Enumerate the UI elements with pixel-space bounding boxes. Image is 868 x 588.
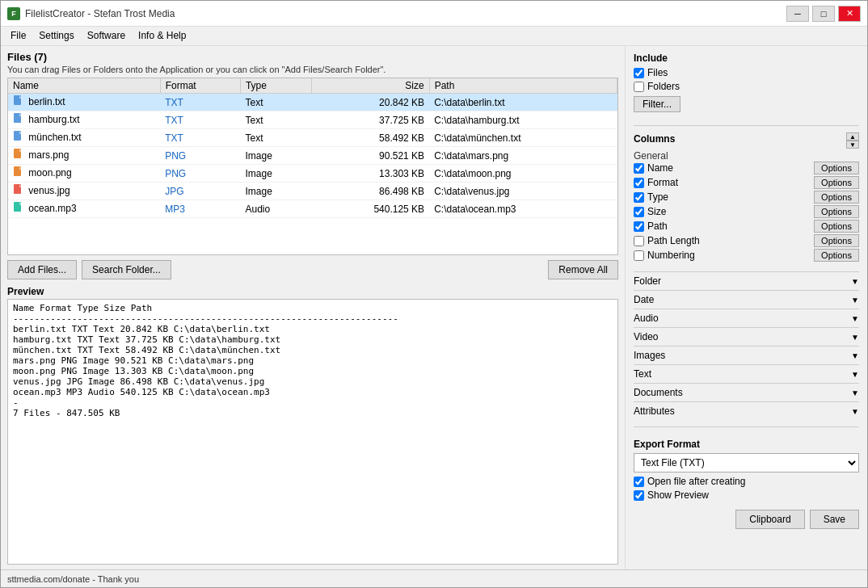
column-checkbox-format[interactable] bbox=[634, 178, 644, 188]
cell-format: PNG bbox=[160, 147, 240, 165]
column-options-btn[interactable]: Options bbox=[814, 234, 859, 247]
window-title: FilelistCreator - Stefan Trost Media bbox=[25, 8, 175, 19]
section-label: Images bbox=[634, 350, 665, 361]
menu-settings[interactable]: Settings bbox=[32, 28, 80, 44]
column-row: Numbering Options bbox=[634, 249, 859, 262]
open-file-checkbox[interactable] bbox=[634, 477, 644, 487]
open-file-row: Open file after creating bbox=[634, 476, 859, 487]
svg-marker-5 bbox=[19, 131, 23, 134]
preview-row: mars.png PNG Image 90.521 KB C:\data\mar… bbox=[13, 355, 613, 366]
show-preview-checkbox[interactable] bbox=[634, 490, 644, 501]
export-format-select[interactable]: Text File (TXT)CSV File (CSV)HTML File (… bbox=[634, 453, 859, 472]
save-button[interactable]: Save bbox=[810, 510, 859, 529]
folders-checkbox[interactable] bbox=[634, 82, 644, 92]
column-options-btn[interactable]: Options bbox=[814, 205, 859, 218]
table-row[interactable]: moon.png PNG Image 13.303 KB C:\data\moo… bbox=[8, 165, 617, 183]
cell-size: 37.725 KB bbox=[312, 111, 429, 129]
column-checkbox-type[interactable] bbox=[634, 192, 644, 203]
folders-label: Folders bbox=[647, 81, 680, 92]
section-label: Documents bbox=[634, 387, 683, 398]
cell-type: Text bbox=[240, 129, 311, 147]
section-label: Text bbox=[634, 368, 651, 380]
remove-all-button[interactable]: Remove All bbox=[548, 260, 618, 279]
files-label: Files bbox=[647, 67, 668, 78]
column-checkbox-numbering[interactable] bbox=[634, 250, 644, 261]
col-name: Name bbox=[8, 78, 160, 94]
search-folder-button[interactable]: Search Folder... bbox=[82, 260, 171, 279]
cell-format: PNG bbox=[160, 165, 240, 183]
menu-file[interactable]: File bbox=[4, 28, 32, 44]
section-images[interactable]: Images ▼ bbox=[634, 346, 859, 364]
minimize-button[interactable]: ─ bbox=[786, 6, 809, 22]
status-text: sttmedia.com/donate - Thank you bbox=[7, 574, 139, 584]
cell-path: C:\data\ocean.mp3 bbox=[429, 200, 617, 218]
table-row[interactable]: ocean.mp3 MP3 Audio 540.125 KB C:\data\o… bbox=[8, 200, 617, 218]
menu-software[interactable]: Software bbox=[81, 28, 132, 44]
column-options-btn[interactable]: Options bbox=[814, 191, 859, 204]
column-label: Path Length bbox=[647, 235, 811, 246]
column-options-btn[interactable]: Options bbox=[814, 220, 859, 233]
cell-path: C:\data\hamburg.txt bbox=[429, 111, 617, 129]
general-label: General bbox=[634, 150, 859, 162]
window-controls: ─ □ ✕ bbox=[786, 6, 861, 22]
divider-2 bbox=[634, 426, 859, 427]
cell-type: Image bbox=[240, 165, 311, 183]
column-options-btn[interactable]: Options bbox=[814, 162, 859, 174]
title-bar: F FilelistCreator - Stefan Trost Media ─… bbox=[1, 1, 867, 27]
cell-format: TXT bbox=[160, 111, 240, 129]
main-window: F FilelistCreator - Stefan Trost Media ─… bbox=[0, 0, 868, 588]
include-title: Include bbox=[634, 52, 859, 64]
files-checkbox[interactable] bbox=[634, 68, 644, 78]
column-options-btn[interactable]: Options bbox=[814, 176, 859, 189]
section-video[interactable]: Video ▼ bbox=[634, 327, 859, 346]
column-checkbox-name[interactable] bbox=[634, 163, 644, 174]
table-row[interactable]: mars.png PNG Image 90.521 KB C:\data\mar… bbox=[8, 147, 617, 165]
status-bar: sttmedia.com/donate - Thank you bbox=[1, 569, 867, 587]
cell-size: 58.492 KB bbox=[312, 129, 429, 147]
filter-button[interactable]: Filter... bbox=[634, 96, 680, 112]
cell-format: MP3 bbox=[160, 200, 240, 218]
columns-header: Columns ▲ ▼ bbox=[634, 132, 859, 149]
table-row[interactable]: venus.jpg JPG Image 86.498 KB C:\data\ve… bbox=[8, 183, 617, 200]
collapsible-sections: Folder ▼ Date ▼ Audio ▼ Video ▼ Images ▼… bbox=[634, 271, 859, 420]
column-checkbox-size[interactable] bbox=[634, 207, 644, 217]
svg-marker-11 bbox=[19, 184, 23, 187]
clipboard-button[interactable]: Clipboard bbox=[735, 510, 804, 529]
column-label: Path bbox=[647, 220, 811, 232]
section-date[interactable]: Date ▼ bbox=[634, 290, 859, 309]
maximize-button[interactable]: □ bbox=[812, 6, 835, 22]
section-text[interactable]: Text ▼ bbox=[634, 364, 859, 383]
table-row[interactable]: hamburg.txt TXT Text 37.725 KB C:\data\h… bbox=[8, 111, 617, 129]
add-files-button[interactable]: Add Files... bbox=[7, 260, 77, 279]
cell-size: 90.521 KB bbox=[312, 147, 429, 165]
column-checkbox-path[interactable] bbox=[634, 221, 644, 232]
preview-row: berlin.txt TXT Text 20.842 KB C:\data\be… bbox=[13, 324, 613, 334]
section-label: Audio bbox=[634, 313, 659, 324]
close-button[interactable]: ✕ bbox=[838, 6, 861, 22]
column-options-btn[interactable]: Options bbox=[814, 249, 859, 262]
section-label: Date bbox=[634, 294, 654, 305]
column-row: Path Options bbox=[634, 220, 859, 233]
section-folder[interactable]: Folder ▼ bbox=[634, 271, 859, 290]
preview-title: Preview bbox=[7, 286, 618, 297]
cell-name: mars.png bbox=[8, 147, 160, 165]
scroll-down-arrow[interactable]: ▼ bbox=[846, 141, 859, 149]
section-documents[interactable]: Documents ▼ bbox=[634, 383, 859, 401]
chevron-down-icon: ▼ bbox=[851, 370, 859, 379]
svg-marker-3 bbox=[19, 113, 23, 116]
table-row[interactable]: münchen.txt TXT Text 58.492 KB C:\data\m… bbox=[8, 129, 617, 147]
scroll-up-arrow[interactable]: ▲ bbox=[846, 132, 859, 141]
chevron-down-icon: ▼ bbox=[851, 407, 859, 416]
menu-info-help[interactable]: Info & Help bbox=[132, 28, 192, 44]
section-audio[interactable]: Audio ▼ bbox=[634, 309, 859, 327]
column-checkbox-path length[interactable] bbox=[634, 236, 644, 246]
column-label: Numbering bbox=[647, 250, 811, 261]
menu-bar: File Settings Software Info & Help bbox=[1, 27, 867, 46]
table-row[interactable]: berlin.txt TXT Text 20.842 KB C:\data\be… bbox=[8, 94, 617, 111]
cell-path: C:\data\münchen.txt bbox=[429, 129, 617, 147]
preview-row: münchen.txt TXT Text 58.492 KB C:\data\m… bbox=[13, 345, 613, 355]
cell-type: Audio bbox=[240, 200, 311, 218]
preview-separator2: - bbox=[13, 397, 613, 408]
section-attributes[interactable]: Attributes ▼ bbox=[634, 401, 859, 420]
cell-format: TXT bbox=[160, 129, 240, 147]
